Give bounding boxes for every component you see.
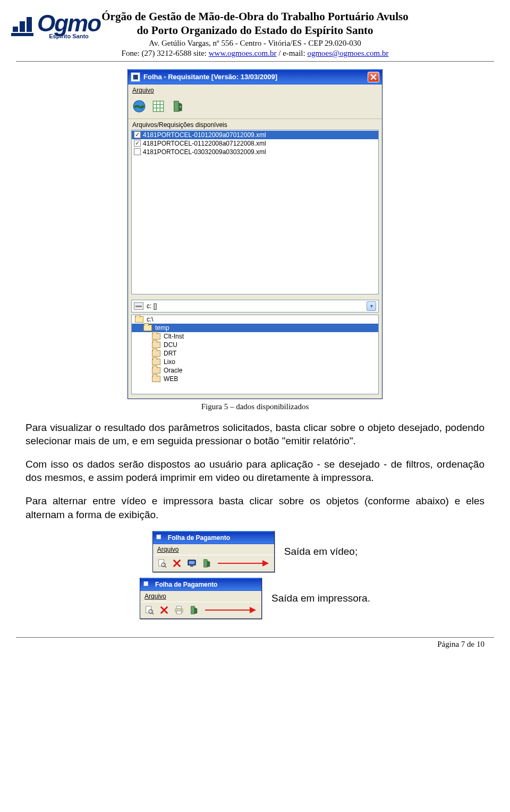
globe-button[interactable] <box>131 98 147 114</box>
folder-row[interactable]: DCU <box>132 341 378 349</box>
output-video-label: Saída em vídeo; <box>284 546 358 557</box>
file-row[interactable]: 4181PORTOCEL-01012009a07012009.xml <box>132 131 378 139</box>
door-exit-icon <box>171 99 184 113</box>
preview-button[interactable] <box>143 604 155 616</box>
output-printer-label: Saída em impressora. <box>271 593 370 604</box>
drive-selector[interactable]: c: [] ▾ <box>131 300 379 312</box>
folha-requisitante-window: ▦ Folha - Requisitante [Versão: 13/03/20… <box>128 69 382 399</box>
red-arrow <box>205 610 255 611</box>
svg-rect-20 <box>203 560 207 567</box>
file-checkbox[interactable] <box>134 140 141 147</box>
app-icon: ▦ <box>143 580 152 589</box>
file-row[interactable]: 4181PORTOCEL-03032009a03032009.xml <box>132 148 378 156</box>
folder-row[interactable]: Clt-Inst <box>132 332 378 341</box>
menu-arquivo[interactable]: Arquivo <box>153 544 274 555</box>
spreadsheet-icon <box>151 99 165 113</box>
svg-rect-18 <box>189 561 194 564</box>
page-number: Página 7 de 10 <box>26 640 484 649</box>
phone-label: Fone: (27) 3212-6588 site: <box>122 49 209 57</box>
printer-icon <box>174 605 184 615</box>
paragraph-2: Com isso os dados serão dispostos ao usu… <box>26 458 484 485</box>
titlebar[interactable]: ▦ Folha - Requisitante [Versão: 13/03/20… <box>128 69 382 84</box>
site-link[interactable]: www.ogmoes.com.br <box>209 49 277 57</box>
folder-row[interactable]: Lixo <box>132 358 378 366</box>
file-name: 4181PORTOCEL-01012009a07012009.xml <box>143 131 266 139</box>
chevron-down-icon: ▾ <box>370 303 373 309</box>
output-printer-button[interactable] <box>173 604 185 616</box>
window-title: Folha de Pagamento <box>155 581 217 588</box>
folder-name: WEB <box>164 375 178 383</box>
svg-point-30 <box>181 610 182 611</box>
drive-icon <box>134 302 143 310</box>
titlebar[interactable]: ▦ Folha de Pagamento <box>153 531 274 544</box>
file-name: 4181PORTOCEL-01122008a07122008.xml <box>143 140 266 147</box>
close-button[interactable] <box>368 72 379 82</box>
file-checkbox[interactable] <box>134 131 141 138</box>
svg-rect-9 <box>174 101 179 112</box>
svg-rect-27 <box>177 606 182 609</box>
org-address: Av. Getúlio Vargas, nº 556 - Centro - Vi… <box>26 39 484 48</box>
contact-divider: / e-mail: <box>277 49 308 57</box>
delete-button[interactable] <box>158 604 170 616</box>
output-video-button[interactable] <box>186 557 198 569</box>
svg-rect-29 <box>177 611 182 614</box>
toolbar <box>153 555 274 572</box>
folder-name: Lixo <box>164 358 175 366</box>
exit-button[interactable] <box>188 604 200 616</box>
folder-icon <box>152 376 160 382</box>
folder-icon <box>152 342 160 348</box>
folder-row[interactable]: temp <box>132 324 378 332</box>
svg-rect-19 <box>190 566 193 567</box>
svg-point-11 <box>180 106 181 107</box>
delete-button[interactable] <box>171 557 183 569</box>
spreadsheet-button[interactable] <box>150 98 166 114</box>
svg-line-14 <box>165 566 166 568</box>
file-checkbox[interactable] <box>134 148 141 155</box>
folder-icon <box>152 359 160 365</box>
menu-arquivo[interactable]: Arquivo <box>132 87 154 94</box>
exit-door-button[interactable] <box>169 98 185 114</box>
folder-open-icon <box>143 325 152 331</box>
svg-line-24 <box>152 613 154 615</box>
folder-name: Oracle <box>164 367 182 374</box>
globe-icon <box>132 99 146 113</box>
app-icon: ▦ <box>156 534 165 542</box>
menu-arquivo[interactable]: Arquivo <box>140 591 261 602</box>
toolbar <box>140 602 261 619</box>
monitor-icon <box>187 559 197 568</box>
folder-row[interactable]: DRT <box>132 349 378 358</box>
door-exit-icon <box>202 559 211 568</box>
red-arrow <box>218 563 268 564</box>
footer-divider <box>16 637 494 638</box>
folder-row[interactable]: Oracle <box>132 366 378 375</box>
drive-label: c: [] <box>147 302 157 310</box>
window-title: Folha de Pagamento <box>168 534 230 542</box>
folder-row[interactable]: WEB <box>132 375 378 383</box>
close-icon <box>370 74 377 80</box>
window-title: Folha - Requisitante [Versão: 13/03/2009… <box>143 73 277 81</box>
email-link[interactable]: ogmoes@ogmoes.com.br <box>307 49 388 57</box>
folder-icon <box>152 367 160 374</box>
folha-pagamento-window-printer: ▦ Folha de Pagamento Arquivo <box>140 578 262 619</box>
folder-name: DCU <box>164 341 177 349</box>
search-page-icon <box>157 559 167 568</box>
folder-name: c:\ <box>147 316 154 323</box>
ogmo-logo: Ogmo Espírito Santo <box>10 13 137 39</box>
folder-tree[interactable]: c:\ temp Clt-Inst DCU DRT Lixo Oracle WE… <box>131 315 379 394</box>
logo-text: Ogmo <box>37 13 100 34</box>
drive-dropdown-button[interactable]: ▾ <box>367 301 376 311</box>
folder-row[interactable]: c:\ <box>132 315 378 324</box>
file-row[interactable]: 4181PORTOCEL-01122008a07122008.xml <box>132 139 378 148</box>
document-footer: Página 7 de 10 <box>26 637 484 649</box>
door-exit-icon <box>189 605 199 615</box>
preview-button[interactable] <box>156 557 168 569</box>
exit-button[interactable] <box>201 557 212 569</box>
folha-pagamento-window-video: ▦ Folha de Pagamento Arquivo <box>152 531 275 572</box>
titlebar[interactable]: ▦ Folha de Pagamento <box>140 578 261 591</box>
svg-marker-21 <box>207 561 210 568</box>
menubar: Arquivo <box>128 84 382 96</box>
app-icon: ▦ <box>131 72 140 82</box>
files-listbox[interactable]: 4181PORTOCEL-01012009a07012009.xml 4181P… <box>131 130 379 294</box>
header-divider <box>16 61 494 62</box>
figure-caption: Figura 5 – dados disponibilizados <box>26 402 484 411</box>
